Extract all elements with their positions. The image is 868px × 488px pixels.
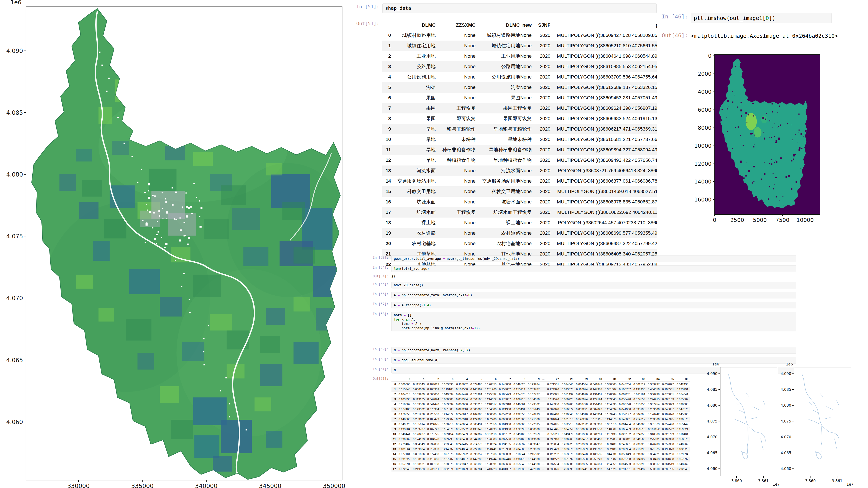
- table-cell: 0.194165: [498, 442, 512, 447]
- table-cell: 坑塘水面None: [479, 197, 535, 207]
- table-cell: 0.000000: [484, 412, 498, 417]
- y-tick-mark: [718, 453, 720, 453]
- table-cell: 0.093357: [469, 452, 484, 457]
- table-cell: 0.127207: [440, 457, 455, 461]
- y-tick-label: 4.065: [780, 451, 791, 455]
- code-input[interactable]: len(total_average): [392, 265, 796, 272]
- table-cell: 0.155914: [412, 422, 426, 427]
- input-prompt: In [54]:: [363, 265, 392, 270]
- table-cell: 即可恢复: [439, 113, 479, 124]
- table-cell: 0.115343: [397, 387, 411, 392]
- table-row: 30.1033300.1191650.0498940.0000000.05333…: [392, 397, 690, 402]
- table-cell: 0.144930: [527, 457, 541, 461]
- code-input[interactable]: norm = []for x in A: temp = A-x norm.app…: [392, 312, 796, 331]
- table-cell: 0.068138: [469, 461, 484, 466]
- table-cell: 0.173007: [498, 397, 512, 402]
- table-cell: 0.140364: [589, 412, 603, 417]
- table-cell: 工程恢复: [439, 103, 479, 113]
- table-cell: 城镇住宅用地None: [479, 40, 535, 51]
- table-cell: 0.154070: [440, 427, 455, 432]
- table-cell: 0.070851: [661, 392, 675, 397]
- table-cell: 0.164386: [469, 412, 484, 417]
- table-cell: 0.041842: [589, 382, 603, 387]
- table-cell: 2020: [535, 165, 554, 176]
- table-cell: 0.104013: [397, 392, 411, 397]
- table-cell: 2020: [535, 134, 554, 145]
- code-input[interactable]: ndvi_2D.close(): [392, 282, 796, 289]
- table-cell: 0.294915: [646, 397, 661, 402]
- y-tick-label: 4.065: [707, 451, 717, 455]
- table-row: 170.0729480.2195230.2896110.3229710.2918…: [392, 466, 690, 471]
- table-cell: 0.138936: [632, 387, 646, 392]
- table-cell: MULTIPOLYGON (((38604641.998 4060544.895…: [554, 51, 657, 61]
- y-tick-label: 6000: [698, 106, 712, 113]
- table-cell: 公路用地: [394, 61, 439, 72]
- row-index: 18: [382, 218, 394, 228]
- table-cell: 城镇村道路用地: [394, 30, 439, 41]
- table-cell: 0.173562: [527, 402, 541, 407]
- table-cell: 0.062206: [661, 452, 675, 457]
- table-cell: 0.081272: [546, 457, 560, 461]
- table-cell: 0.091184: [632, 392, 646, 397]
- input-prompt: In [46]:: [659, 13, 691, 20]
- table-cell: 0.104013: [426, 382, 440, 387]
- table-cell: ...: [541, 461, 546, 466]
- y-tick-label: 4.075: [707, 419, 717, 423]
- code-line: A = A.reshape(-1,4): [394, 303, 794, 307]
- y-tick-mark: [713, 109, 715, 110]
- table-cell: 0.024858: [632, 432, 646, 436]
- y-tick-label: 4.075: [780, 419, 791, 423]
- code-input[interactable]: plt.imshow(out_image1[0]): [691, 13, 832, 23]
- table-cell: 0.308317: [646, 461, 661, 466]
- table-cell: 0.078984: [469, 392, 484, 397]
- column-header: 33: [632, 377, 646, 382]
- ndvi-raster-image: [715, 55, 820, 214]
- y-tick-mark: [713, 181, 715, 182]
- table-cell: POLYGON ((38603721.769 4066418.324, 3860…: [554, 165, 657, 176]
- row-index: 4: [392, 402, 397, 407]
- table-cell: 0.051505: [469, 397, 484, 402]
- table-cell: 0.042974: [575, 397, 589, 402]
- y-tick-mark: [24, 360, 26, 360]
- table-cell: MULTIPOLYGON (((38603709.536 4064755.643…: [554, 72, 657, 82]
- table-cell: MULTIPOLYGON (((38606377.061 4066086.787…: [554, 176, 657, 186]
- table-cell: 0.215902: [527, 452, 541, 457]
- table-row: 18裸土地None裸土地None2020POLYGON ((38602644.4…: [382, 218, 657, 228]
- table-cell: 坑塘水面: [394, 197, 439, 207]
- y-tick-mark: [713, 128, 715, 128]
- table-cell: None: [439, 82, 479, 93]
- y-tick-label: 14000: [694, 178, 712, 185]
- x-tick-mark: [805, 214, 805, 216]
- x-tick-label: 3.861: [758, 479, 769, 483]
- code-input[interactable]: shap_data: [382, 3, 657, 13]
- code-input[interactable]: A = A.reshape(-1,4): [392, 302, 796, 308]
- y-tick-label: 4.085: [707, 387, 717, 392]
- table-cell: 0.055896: [632, 461, 646, 466]
- table-cell: 2020: [535, 113, 554, 124]
- code-input[interactable]: geos_error,total_average = average_times…: [392, 256, 796, 262]
- table-cell: 0.185479: [426, 417, 440, 422]
- table-row: 130.1815640.2398340.2123590.2146370.2248…: [392, 447, 690, 452]
- table-cell: ...: [541, 382, 546, 387]
- x-tick-mark: [714, 214, 715, 216]
- table-cell: 0.143302: [412, 407, 426, 412]
- code-input[interactable]: A = np.concatenate(total_average,axis=0): [392, 292, 796, 298]
- table-cell: ...: [541, 397, 546, 402]
- table-cell: 0.321497: [632, 466, 646, 471]
- table-row: 160.0576910.1601310.1081580.1089730.1293…: [392, 461, 690, 466]
- distance-matrix-output: 0123456789...2728293031323334353600.0000…: [392, 377, 690, 471]
- y-tick-mark: [718, 373, 720, 374]
- x-tick-label: 7500: [776, 217, 789, 223]
- table-cell: 0.118602: [455, 382, 469, 387]
- row-index: 13: [382, 165, 394, 176]
- table-cell: 0.036916: [546, 436, 560, 442]
- table-cell: 交通服务场站用地None: [479, 176, 535, 186]
- table-cell: 0.291829: [455, 466, 469, 471]
- table-cell: 0.023152: [618, 432, 632, 436]
- y-tick-label: 4.060: [780, 466, 791, 471]
- table-cell: 0.563610: [646, 466, 661, 471]
- table-row: 0城镇村道路用地None城镇村道路用地None2020MULTIPOLYGON …: [382, 30, 657, 41]
- code-input[interactable]: d = np.concatenate(norm).reshape(37,37): [392, 347, 796, 354]
- table-cell: 0.146296: [575, 417, 589, 422]
- code-input[interactable]: d = gpd.GeoDataFrame(d): [392, 357, 796, 363]
